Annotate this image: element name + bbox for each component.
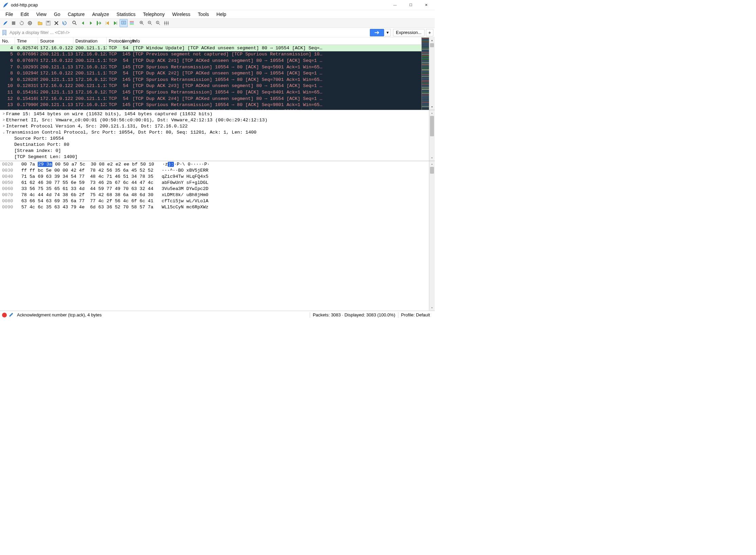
go-to-packet-icon[interactable] <box>95 19 103 27</box>
detail-line[interactable]: >Internet Protocol Version 4, Src: 200.1… <box>0 123 429 129</box>
packet-row[interactable]: 110.154162200.121.1.131172.16.0.122TCP14… <box>0 89 421 96</box>
menu-edit[interactable]: Edit <box>17 11 32 18</box>
column-header-info[interactable]: Info <box>130 37 421 45</box>
go-back-icon[interactable] <box>79 19 87 27</box>
hex-line[interactable]: 0020 00 7a 29 3a 00 50 a7 5c 30 08 e2 e2… <box>2 162 427 168</box>
menu-analyze[interactable]: Analyze <box>89 11 112 18</box>
packet-row[interactable]: 120.154169172.16.0.122200.121.1.131TCP54… <box>0 96 421 102</box>
edit-capture-comment-icon[interactable] <box>9 312 14 318</box>
packet-row[interactable]: 130.179906200.121.1.131172.16.0.122TCP14… <box>0 102 421 108</box>
column-header-no[interactable]: No. <box>0 37 15 45</box>
detail-line[interactable]: Sequence number: 11201 (relative sequenc… <box>0 160 429 161</box>
menu-tools[interactable]: Tools <box>195 11 213 18</box>
detail-line[interactable]: ⌄Transmission Control Protocol, Src Port… <box>0 129 429 135</box>
open-file-icon[interactable] <box>36 19 44 27</box>
packet-row[interactable]: 90.128285200.121.1.131172.16.0.122TCP145… <box>0 76 421 83</box>
find-packet-icon[interactable] <box>71 19 79 27</box>
capture-options-icon[interactable] <box>26 19 34 27</box>
menu-wireless[interactable]: Wireless <box>169 11 194 18</box>
go-forward-icon[interactable] <box>87 19 95 27</box>
detail-line[interactable]: Destination Port: 80 <box>0 141 429 148</box>
hex-line[interactable]: 0050 61 62 46 30 77 55 6e 59 73 46 2b 67… <box>2 180 427 186</box>
detail-line[interactable]: [Stream index: 0] <box>0 148 429 154</box>
close-button[interactable]: ✕ <box>418 0 434 10</box>
hex-line[interactable]: 0080 63 66 54 63 69 35 6a 77 77 4c 2f 56… <box>2 198 427 205</box>
packet-row[interactable]: 70.102939200.121.1.131172.16.0.122TCP145… <box>0 64 421 70</box>
menu-file[interactable]: File <box>2 11 17 18</box>
hex-line[interactable]: 0030 ff ff bc 5e 00 00 42 4f 78 42 56 35… <box>2 168 427 174</box>
packet-row[interactable]: 80.102946172.16.0.122200.121.1.131TCP54[… <box>0 70 421 76</box>
packet-list-body[interactable]: 40.025749172.16.0.122200.121.1.131TCP54[… <box>0 45 421 110</box>
close-file-icon[interactable] <box>52 19 60 27</box>
auto-scroll-icon[interactable] <box>120 19 128 27</box>
hex-line[interactable]: 0060 33 56 75 35 65 61 33 4d 44 59 77 49… <box>2 186 427 192</box>
packet-cell: 0.128285 <box>15 77 38 82</box>
detail-line[interactable]: >Ethernet II, Src: Vmware_c0:00:01 (00:5… <box>0 117 429 123</box>
column-header-protocol[interactable]: Protocol <box>107 37 120 45</box>
expand-icon[interactable]: > <box>1 124 6 128</box>
hex-line[interactable]: 0070 78 4c 44 4d 74 38 6b 2f 75 42 68 38… <box>2 192 427 198</box>
reload-file-icon[interactable] <box>60 19 69 27</box>
svg-rect-7 <box>122 21 126 24</box>
column-header-source[interactable]: Source <box>38 37 73 45</box>
expand-icon[interactable]: > <box>1 112 6 116</box>
menu-telephony[interactable]: Telephony <box>140 11 168 18</box>
detail-line[interactable]: >Frame 15: 1454 bytes on wire (11632 bit… <box>0 111 429 117</box>
zoom-in-icon[interactable] <box>138 19 146 27</box>
display-filter-input[interactable] <box>8 29 369 36</box>
menu-view[interactable]: View <box>33 11 50 18</box>
go-last-icon[interactable] <box>111 19 120 27</box>
hex-scrollbar[interactable]: ▴ ▾ <box>429 161 435 311</box>
save-file-icon[interactable] <box>44 19 52 27</box>
detail-text: [TCP Segment Len: 1400] <box>14 154 77 159</box>
menu-statistics[interactable]: Statistics <box>113 11 139 18</box>
packet-cell: [TCP Spurious Retransmission] 10554 → 80… <box>130 102 421 107</box>
column-header-time[interactable]: Time <box>15 37 38 45</box>
packet-cell: 8 <box>0 71 15 76</box>
detail-line[interactable]: Source Port: 10554 <box>0 135 429 141</box>
detail-text: Destination Port: 80 <box>14 142 69 147</box>
packet-row[interactable]: 140.179915172.16.0.122200.121.1.131TCP54… <box>0 108 421 110</box>
colorize-icon[interactable] <box>128 19 136 27</box>
column-header-destination[interactable]: Destination <box>73 37 107 45</box>
packet-list-scrollbar[interactable]: ▴ ▾ <box>429 37 435 110</box>
detail-tree[interactable]: >Frame 15: 1454 bytes on wire (11632 bit… <box>0 110 429 161</box>
detail-line[interactable]: [TCP Segment Len: 1400] <box>0 154 429 160</box>
packet-cell: TCP <box>107 71 120 76</box>
expand-icon[interactable]: > <box>1 118 6 122</box>
menu-go[interactable]: Go <box>51 11 64 18</box>
column-header-length[interactable]: Length <box>120 37 130 45</box>
resize-columns-icon[interactable] <box>162 19 170 27</box>
hex-line[interactable]: 0090 57 4c 6c 35 63 43 79 4e 6d 63 36 52… <box>2 205 427 211</box>
packet-minimap[interactable] <box>421 37 429 110</box>
packet-row[interactable]: 40.025749172.16.0.122200.121.1.131TCP54[… <box>0 45 421 51</box>
packet-cell: 172.16.0.122 <box>73 65 107 70</box>
minimize-button[interactable]: — <box>387 0 403 10</box>
packet-row[interactable]: 60.076978172.16.0.122200.121.1.131TCP54[… <box>0 57 421 64</box>
expression-button[interactable]: Expression... <box>393 29 425 36</box>
menu-help[interactable]: Help <box>213 11 230 18</box>
hex-body[interactable]: 0020 00 7a 29 3a 00 50 a7 5c 30 08 e2 e2… <box>0 161 429 311</box>
apply-filter-button[interactable] <box>370 29 384 36</box>
add-filter-button[interactable]: + <box>426 29 433 36</box>
menu-capture[interactable]: Capture <box>64 11 88 18</box>
status-profile[interactable]: Profile: Default <box>398 312 433 317</box>
packet-row[interactable]: 50.076967200.121.1.131172.16.0.122TCP145… <box>0 51 421 58</box>
restart-capture-icon[interactable] <box>18 19 26 27</box>
maximize-button[interactable]: ☐ <box>403 0 418 10</box>
hex-line[interactable]: 0040 71 5a 69 63 39 34 54 77 48 4c 71 46… <box>2 174 427 180</box>
zoom-out-icon[interactable] <box>146 19 154 27</box>
expert-info-icon[interactable] <box>2 313 7 317</box>
start-capture-icon[interactable] <box>1 19 10 27</box>
filter-history-dropdown[interactable]: ▾ <box>385 29 391 36</box>
go-first-icon[interactable] <box>103 19 111 27</box>
bookmark-icon[interactable] <box>1 29 7 36</box>
packet-cell: 0.102946 <box>15 71 38 76</box>
collapse-icon[interactable]: ⌄ <box>1 130 6 134</box>
stop-capture-icon[interactable] <box>10 19 18 27</box>
zoom-reset-icon[interactable]: 1 <box>154 19 162 27</box>
packet-row[interactable]: 100.128319172.16.0.122200.121.1.131TCP54… <box>0 83 421 89</box>
packet-cell: TCP <box>107 90 120 95</box>
detail-scrollbar[interactable]: ▴ ▾ <box>429 110 435 161</box>
packet-cell: 1454 <box>120 52 130 57</box>
